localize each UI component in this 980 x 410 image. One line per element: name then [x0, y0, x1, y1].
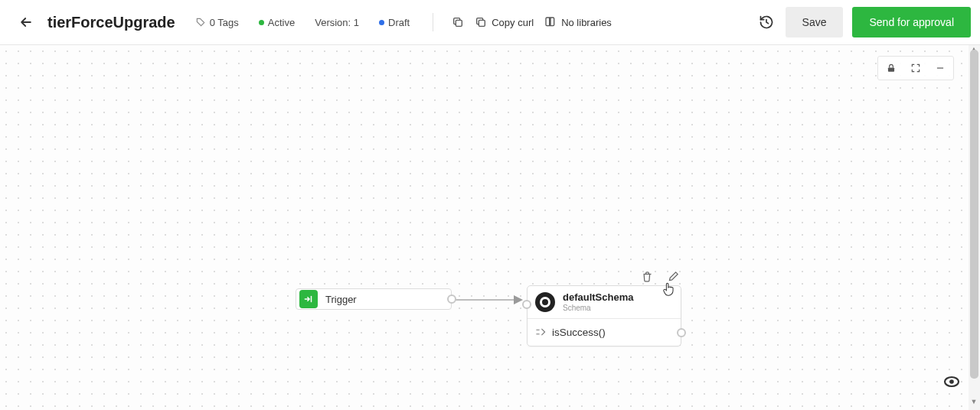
trigger-icon	[299, 290, 318, 308]
copy-curl-icon	[475, 16, 487, 28]
schema-title: defaultSchema	[563, 292, 633, 304]
scrollbar-thumb[interactable]	[970, 50, 978, 379]
arrow-right-into-icon	[303, 294, 314, 304]
back-button[interactable]	[15, 11, 37, 33]
header-meta: 0 Tags Active Version: 1 Draft Copy curl…	[191, 13, 612, 31]
svg-rect-1	[479, 20, 485, 26]
header-bar: tierForceUpgrade 0 Tags Active Version: …	[0, 0, 980, 45]
edit-node-button[interactable]	[666, 269, 680, 283]
fullscreen-icon	[910, 63, 921, 73]
libraries-label: No libraries	[561, 17, 612, 28]
history-button[interactable]	[753, 9, 779, 35]
libraries-button[interactable]: No libraries	[544, 16, 612, 28]
schema-subtitle: Schema	[563, 304, 633, 313]
trash-icon	[642, 271, 653, 282]
workflow-canvas[interactable]: ▲ ▼ Trigger	[0, 45, 980, 410]
scrollbar-track[interactable]: ▲ ▼	[969, 45, 980, 410]
divider	[433, 13, 433, 31]
trigger-node[interactable]: Trigger	[296, 288, 452, 310]
status-chip[interactable]: Active	[254, 14, 299, 31]
minus-icon	[935, 63, 946, 73]
send-for-approval-button[interactable]: Send for approval	[852, 7, 971, 37]
tags-count: 0 Tags	[210, 17, 239, 28]
save-button[interactable]: Save	[786, 7, 844, 37]
trigger-label: Trigger	[325, 294, 357, 305]
schema-output-port[interactable]	[677, 328, 686, 337]
book-icon	[544, 16, 557, 28]
schema-output-label: isSuccess()	[552, 327, 606, 338]
trigger-output-port[interactable]	[447, 294, 456, 304]
draft-label: Draft	[388, 17, 410, 28]
lock-icon	[886, 63, 897, 73]
tag-icon	[195, 17, 206, 28]
delete-node-button[interactable]	[640, 269, 654, 283]
draft-dot-icon	[379, 20, 384, 25]
schema-output-row[interactable]: isSuccess()	[528, 319, 681, 346]
tags-chip[interactable]: 0 Tags	[191, 14, 243, 31]
history-icon	[759, 15, 774, 30]
status-label: Active	[268, 17, 295, 28]
function-icon	[535, 327, 546, 338]
lock-button[interactable]	[883, 60, 900, 76]
copy-id-button[interactable]	[452, 16, 464, 28]
svg-rect-2	[888, 67, 894, 71]
canvas-toolbar	[877, 56, 954, 80]
pencil-icon	[668, 271, 679, 282]
copy-icon	[452, 16, 464, 28]
schema-header[interactable]: defaultSchema Schema	[528, 286, 681, 319]
schema-icon	[535, 292, 555, 312]
fullscreen-button[interactable]	[907, 60, 924, 76]
preview-button[interactable]	[939, 369, 965, 395]
draft-chip[interactable]: Draft	[374, 14, 414, 31]
workflow-title: tierForceUpgrade	[47, 14, 175, 31]
arrow-left-icon	[18, 15, 34, 30]
zoom-out-button[interactable]	[932, 60, 949, 76]
eye-icon	[942, 373, 961, 391]
version-chip[interactable]: Version: 1	[310, 14, 364, 31]
copy-curl-label: Copy curl	[492, 17, 534, 28]
scroll-down-icon[interactable]: ▼	[970, 398, 978, 405]
svg-point-5	[949, 379, 954, 384]
status-dot-icon	[259, 20, 264, 25]
schema-node[interactable]: defaultSchema Schema isSuccess()	[527, 285, 681, 347]
node-action-bar	[640, 269, 680, 283]
svg-rect-0	[456, 20, 462, 26]
copy-curl-button[interactable]: Copy curl	[475, 16, 534, 28]
version-label: Version: 1	[315, 17, 359, 28]
